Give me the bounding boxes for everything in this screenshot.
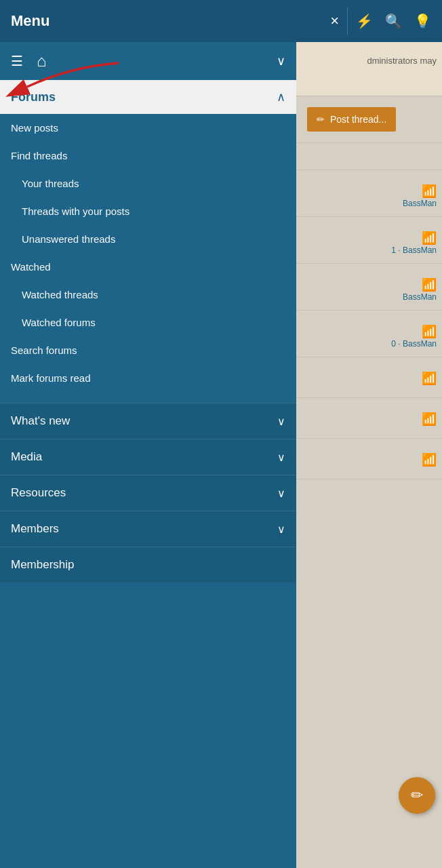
post-thread-icon: ✏ [317, 114, 325, 125]
threads-with-posts-item[interactable]: Threads with your posts [0, 197, 296, 225]
your-threads-item[interactable]: Your threads [0, 170, 296, 197]
menu-panel: ☰ ⌂ ∨ Forums ∧ New posts Find threads Yo… [0, 42, 296, 868]
content-row-5: 📶 [296, 357, 442, 398]
content-row-4: 📶 0 · BassMan [296, 311, 442, 357]
menu-chevron-down-icon[interactable]: ∨ [277, 54, 285, 68]
watched-threads-item[interactable]: Watched threads [0, 281, 296, 309]
rss-icon-2: 📶 [422, 231, 437, 245]
watched-forums-item[interactable]: Watched forums [0, 309, 296, 336]
content-row-7: 📶 [296, 439, 442, 479]
find-threads-item[interactable]: Find threads [0, 142, 296, 170]
user-text-4: 0 · BassMan [391, 339, 437, 349]
members-section-header[interactable]: Members ∨ [0, 511, 296, 547]
user-text-3[interactable]: BassMan [403, 292, 437, 302]
menu-close-button[interactable]: × [330, 12, 339, 30]
content-row-6: 📶 [296, 398, 442, 439]
post-thread-label: Post thread... [330, 114, 386, 125]
menu-spacer [0, 392, 296, 403]
media-section-header[interactable]: Media ∨ [0, 439, 296, 475]
search-forums-item[interactable]: Search forums [0, 336, 296, 364]
content-row-1: 📶 BassMan [296, 170, 442, 217]
unanswered-threads-item[interactable]: Unanswered threads [0, 225, 296, 253]
resources-section-header[interactable]: Resources ∨ [0, 475, 296, 511]
media-chevron-icon: ∨ [277, 451, 285, 464]
rss-icon-4: 📶 [422, 324, 437, 339]
home-icon[interactable]: ⌂ [37, 52, 47, 71]
forums-section-header[interactable]: Forums ∧ [0, 80, 296, 114]
mark-forums-read-item[interactable]: Mark forums read [0, 364, 296, 392]
rss-icon-5: 📶 [422, 371, 437, 386]
menu-subheader-left: ☰ ⌂ [11, 52, 47, 71]
header-bar: Menu × ⚡ 🔍 💡 [0, 0, 442, 42]
content-row-3: 📶 BassMan [296, 264, 442, 311]
rss-icon-3: 📶 [422, 277, 437, 292]
rss-icon-6: 📶 [422, 412, 437, 427]
hamburger-icon[interactable]: ☰ [11, 53, 23, 69]
resources-chevron-icon: ∨ [277, 487, 285, 500]
menu-subheader: ☰ ⌂ ∨ [0, 42, 296, 80]
content-panel: dministrators may ✏ Post thread... 📶 Bas… [296, 42, 442, 868]
whats-new-chevron-icon: ∨ [277, 415, 285, 428]
bulb-icon[interactable]: 💡 [414, 13, 431, 29]
membership-title: Membership [11, 558, 75, 571]
forums-title: Forums [11, 90, 56, 104]
new-posts-item[interactable]: New posts [0, 114, 296, 142]
post-thread-button[interactable]: ✏ Post thread... [307, 107, 396, 132]
whats-new-title: What's new [11, 414, 70, 428]
header-divider [347, 7, 348, 35]
content-top-text: dministrators may [367, 56, 437, 66]
user-text-1[interactable]: BassMan [403, 199, 437, 208]
rss-icon-1: 📶 [422, 184, 437, 199]
search-icon[interactable]: 🔍 [385, 13, 402, 29]
whats-new-section-header[interactable]: What's new ∨ [0, 403, 296, 439]
rss-icon-7: 📶 [422, 452, 437, 467]
fab-button[interactable]: ✏ [399, 777, 435, 814]
main-layout: ☰ ⌂ ∨ Forums ∧ New posts Find threads Yo… [0, 42, 442, 868]
fab-icon: ✏ [411, 787, 423, 804]
members-title: Members [11, 522, 59, 536]
watched-item[interactable]: Watched [0, 253, 296, 281]
user-text-2: 1 · BassMan [391, 245, 437, 255]
forums-chevron-icon: ∧ [277, 90, 285, 104]
header-icons: ⚡ 🔍 💡 [356, 13, 431, 29]
header-left: Menu [11, 12, 49, 30]
content-row-2: 📶 1 · BassMan [296, 217, 442, 264]
lightning-icon[interactable]: ⚡ [356, 13, 373, 29]
membership-item[interactable]: Membership [0, 547, 296, 583]
menu-title: Menu [11, 12, 49, 30]
resources-title: Resources [11, 486, 66, 500]
content-top-item: dministrators may [296, 42, 442, 96]
media-title: Media [11, 450, 42, 464]
members-chevron-icon: ∨ [277, 523, 285, 536]
